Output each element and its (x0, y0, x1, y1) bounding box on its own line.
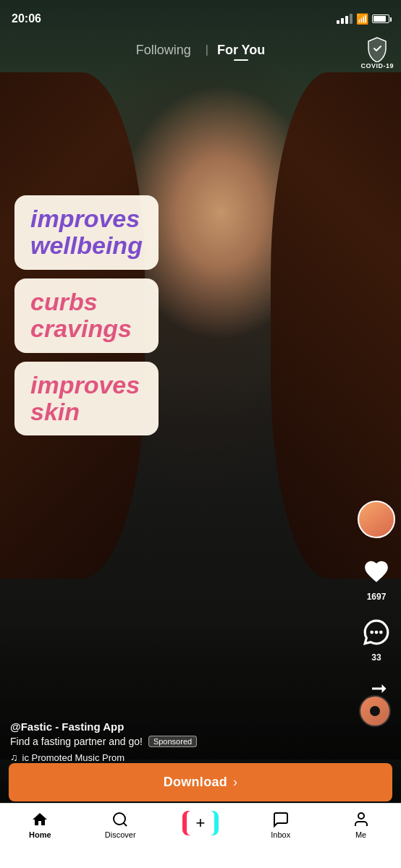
like-count: 1697 (367, 592, 387, 602)
download-chevron-icon: › (233, 775, 237, 790)
svg-point-3 (114, 813, 125, 825)
text-card-2: curbscravings (14, 278, 159, 353)
right-sidebar: 1697 33 30 (358, 501, 395, 723)
svg-point-5 (358, 813, 364, 819)
status-bar: 20:06 📶 (0, 0, 401, 32)
comment-icon (359, 615, 394, 650)
download-bar: Download › (9, 763, 392, 801)
download-button[interactable]: Download › (9, 763, 392, 801)
text-card-3: improvesskin (14, 362, 159, 436)
nav-discover[interactable]: Discover (98, 811, 142, 839)
avatar-container[interactable] (358, 501, 395, 538)
me-label: Me (355, 830, 366, 839)
comment-button[interactable]: 33 (359, 615, 394, 663)
nav-create[interactable]: + (179, 811, 222, 835)
text-cards-container: improveswellbeing curbscravings improves… (14, 195, 159, 435)
music-row: ♫ ic Promoted Music Prom (10, 752, 340, 763)
svg-point-2 (379, 631, 383, 634)
battery-icon (372, 14, 389, 23)
username[interactable]: @Fastic - Fasting App (10, 720, 340, 733)
discover-label: Discover (105, 830, 136, 839)
covid-label: COVID-19 (360, 62, 394, 69)
search-icon (111, 811, 129, 828)
status-time: 20:06 (12, 12, 41, 25)
card-text-cravings: curbscravings (30, 288, 132, 342)
shield-icon (366, 36, 389, 62)
like-icon (359, 554, 394, 589)
svg-line-4 (124, 823, 127, 826)
music-note-icon: ♫ (10, 752, 18, 763)
description-text: Find a fasting partner and go! (10, 736, 143, 747)
description: Find a fasting partner and go! Sponsored (10, 736, 340, 747)
top-navigation: Following | For You (0, 32, 401, 68)
home-label: Home (29, 830, 51, 839)
svg-point-0 (370, 631, 373, 634)
text-card-1: improveswellbeing (14, 195, 159, 270)
nav-divider: | (206, 43, 208, 56)
music-disc-inner (370, 706, 380, 716)
create-button[interactable]: + (182, 811, 219, 835)
status-icons: 📶 (337, 13, 389, 25)
bottom-navigation: Home Discover + Inbox Me (0, 803, 401, 868)
music-disc[interactable] (359, 695, 391, 727)
bottom-info: @Fastic - Fasting App Find a fasting par… (0, 720, 350, 763)
following-tab[interactable]: Following (136, 43, 191, 58)
signal-icon (337, 14, 353, 24)
home-icon (31, 811, 48, 828)
inbox-label: Inbox (271, 830, 290, 839)
nav-me[interactable]: Me (339, 811, 383, 839)
download-label: Download (164, 775, 227, 790)
card-text-skin: improvesskin (30, 371, 140, 425)
covid-badge[interactable]: COVID-19 (360, 36, 394, 69)
svg-point-1 (375, 631, 379, 634)
avatar (358, 501, 395, 538)
comment-svg (363, 618, 390, 646)
card-text-wellbeing: improveswellbeing (30, 205, 143, 259)
plus-icon: + (187, 811, 214, 835)
for-you-tab[interactable]: For You (217, 43, 265, 58)
nav-home[interactable]: Home (18, 811, 62, 839)
profile-icon (353, 811, 370, 828)
music-text: ic Promoted Music Prom (22, 752, 125, 763)
nav-inbox[interactable]: Inbox (259, 811, 303, 839)
wifi-icon: 📶 (356, 13, 368, 25)
comment-count: 33 (371, 652, 381, 663)
heart-svg (363, 558, 390, 585)
like-button[interactable]: 1697 (359, 554, 394, 602)
inbox-icon (272, 811, 290, 828)
sponsored-badge: Sponsored (148, 736, 197, 747)
